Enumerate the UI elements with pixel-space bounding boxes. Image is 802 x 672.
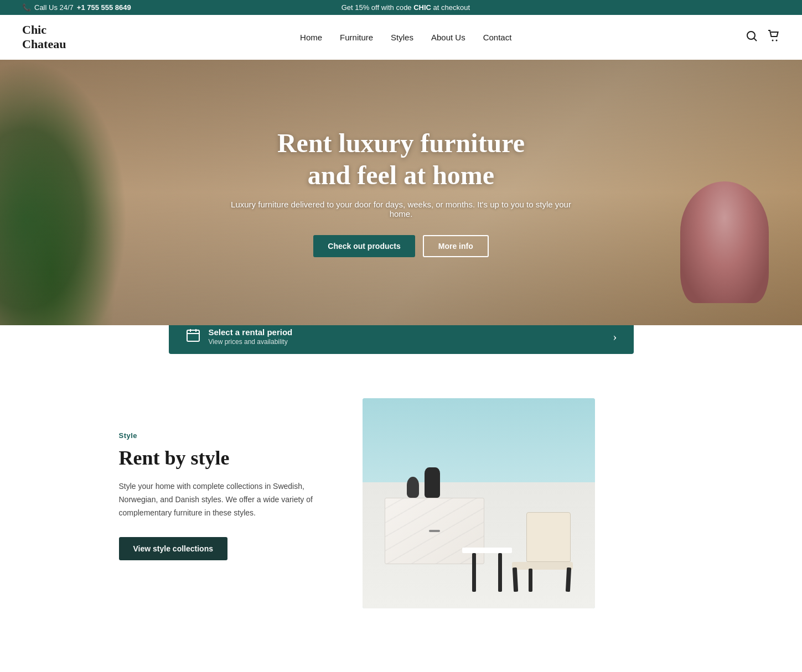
top-bar: 📞 Call Us 24/7 +1 755 555 8649 Get 15% o… bbox=[0, 0, 802, 15]
hero-content: Rent luxury furniture and feel at home L… bbox=[208, 127, 595, 257]
rental-bar-subtitle: View prices and availability bbox=[209, 338, 293, 346]
top-bar-promo: Get 15% off with code CHIC at checkout bbox=[131, 3, 680, 12]
logo[interactable]: Chic Chateau bbox=[22, 23, 66, 52]
style-image bbox=[363, 398, 595, 608]
rental-bar-title: Select a rental period bbox=[209, 327, 293, 337]
cabinet-handle bbox=[429, 530, 440, 532]
phone-number[interactable]: +1 755 555 8649 bbox=[77, 3, 131, 12]
svg-line-1 bbox=[754, 38, 757, 41]
view-style-collections-button[interactable]: View style collections bbox=[119, 537, 227, 560]
style-description: Style your home with complete collection… bbox=[119, 480, 329, 519]
hero-plant-decoration bbox=[0, 60, 127, 325]
svg-rect-4 bbox=[187, 330, 199, 341]
more-info-button[interactable]: More info bbox=[423, 235, 489, 257]
site-header: Chic Chateau Home Furniture Styles About… bbox=[0, 15, 802, 60]
nav-contact[interactable]: Contact bbox=[483, 33, 512, 42]
nav-home[interactable]: Home bbox=[300, 33, 322, 42]
svg-point-2 bbox=[772, 39, 773, 41]
svg-point-3 bbox=[775, 39, 777, 41]
style-text-block: Style Rent by style Style your home with… bbox=[119, 398, 329, 561]
svg-point-0 bbox=[747, 32, 755, 39]
nav-styles[interactable]: Styles bbox=[391, 33, 413, 42]
vase-small-decoration bbox=[407, 477, 419, 498]
top-bar-left: 📞 Call Us 24/7 +1 755 555 8649 bbox=[22, 3, 131, 12]
style-section: Style Rent by style Style your home with… bbox=[97, 376, 706, 642]
hero-title: Rent luxury furniture and feel at home bbox=[219, 127, 584, 191]
table-leg-right bbox=[498, 553, 502, 592]
hero-subtitle: Luxury furniture delivered to your door … bbox=[219, 200, 584, 218]
chair-leg-1 bbox=[512, 567, 518, 592]
vase-large-decoration bbox=[425, 467, 440, 498]
rental-bar-arrow-icon: › bbox=[613, 330, 617, 344]
style-title: Rent by style bbox=[119, 446, 329, 470]
hero-buttons: Check out products More info bbox=[219, 235, 584, 257]
promo-text: Get 15% off with code bbox=[342, 3, 414, 12]
promo-suffix: at checkout bbox=[431, 3, 470, 12]
chair-leg-2 bbox=[565, 567, 571, 592]
nav-furniture[interactable]: Furniture bbox=[340, 33, 373, 42]
table-leg-left bbox=[472, 553, 476, 592]
table-top bbox=[462, 548, 512, 553]
nav-about[interactable]: About Us bbox=[431, 33, 465, 42]
phone-icon: 📞 bbox=[22, 3, 31, 12]
rental-bar-text: Select a rental period View prices and a… bbox=[209, 327, 293, 346]
search-icon[interactable] bbox=[746, 30, 758, 45]
chair-decoration bbox=[506, 503, 578, 592]
call-text: Call Us 24/7 bbox=[34, 3, 74, 12]
header-icons bbox=[746, 30, 780, 45]
hero-section: Rent luxury furniture and feel at home L… bbox=[0, 60, 802, 325]
style-tag: Style bbox=[119, 431, 329, 440]
rental-bar-left: Select a rental period View prices and a… bbox=[185, 327, 293, 346]
promo-code: CHIC bbox=[413, 3, 431, 12]
calendar-icon bbox=[185, 327, 201, 346]
hero-chair-decoration bbox=[680, 181, 769, 303]
main-nav: Home Furniture Styles About Us Contact bbox=[300, 33, 511, 42]
chair-leg-3 bbox=[529, 569, 532, 592]
cart-icon[interactable] bbox=[768, 30, 780, 45]
style-image-scene bbox=[363, 398, 595, 608]
chair-back bbox=[526, 512, 571, 562]
table-decoration bbox=[468, 548, 506, 592]
chair-seat bbox=[512, 562, 573, 570]
check-out-products-button[interactable]: Check out products bbox=[313, 235, 415, 257]
